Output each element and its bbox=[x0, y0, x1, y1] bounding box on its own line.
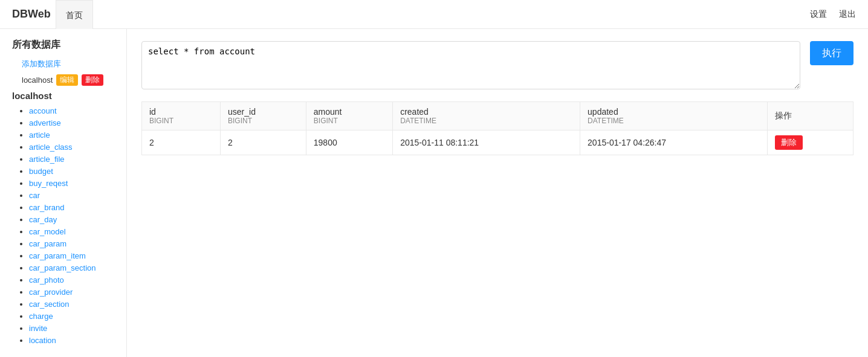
table-link-car_provider[interactable]: car_provider bbox=[29, 288, 73, 297]
list-item: advertise bbox=[29, 118, 114, 127]
header-left: DBWeb 首页 bbox=[12, 0, 93, 29]
main-content: 执行 idBIGINTuser_idBIGINTamountBIGINTcrea… bbox=[127, 29, 868, 357]
main-layout: 所有数据库 添加数据库 localhost 编辑 删除 localhost ac… bbox=[0, 29, 868, 357]
list-item: article_file bbox=[29, 154, 114, 164]
header: DBWeb 首页 设置 退出 bbox=[0, 0, 868, 29]
table-link-car_day[interactable]: car_day bbox=[29, 215, 57, 224]
col-type: DATETIME bbox=[588, 117, 760, 125]
col-name: created bbox=[400, 107, 572, 117]
logout-link[interactable]: 退出 bbox=[839, 9, 856, 20]
col-header-amount: amountBIGINT bbox=[306, 102, 392, 130]
list-item: account bbox=[29, 106, 114, 115]
table-link-car_param_section[interactable]: car_param_section bbox=[29, 263, 96, 272]
table-row: 22198002015-01-11 08:11:212015-01-17 04:… bbox=[142, 130, 853, 155]
table-link-account[interactable]: account bbox=[29, 106, 57, 115]
sidebar: 所有数据库 添加数据库 localhost 编辑 删除 localhost ac… bbox=[0, 29, 127, 357]
col-type: DATETIME bbox=[400, 117, 572, 125]
cell-action: 删除 bbox=[768, 130, 853, 155]
cell-id: 2 bbox=[142, 130, 221, 155]
query-area: 执行 bbox=[141, 41, 853, 89]
list-item: car_day bbox=[29, 214, 114, 224]
list-item: budget bbox=[29, 166, 114, 176]
home-tab[interactable]: 首页 bbox=[56, 0, 93, 29]
edit-host-badge[interactable]: 编辑 bbox=[56, 74, 78, 86]
list-item: car_photo bbox=[29, 275, 114, 285]
table-link-article_class[interactable]: article_class bbox=[29, 143, 73, 152]
list-item: article bbox=[29, 130, 114, 140]
cell-created: 2015-01-11 08:11:21 bbox=[393, 130, 580, 155]
list-item: invite bbox=[29, 323, 114, 333]
col-name: 操作 bbox=[775, 111, 846, 121]
col-type: BIGINT bbox=[149, 117, 213, 125]
list-item: car bbox=[29, 190, 114, 200]
table-link-buy_reqest[interactable]: buy_reqest bbox=[29, 179, 68, 188]
table-link-car[interactable]: car bbox=[29, 191, 40, 200]
list-item: location bbox=[29, 335, 114, 345]
list-item: car_provider bbox=[29, 287, 114, 297]
col-type: BIGINT bbox=[314, 117, 385, 125]
table-link-car_param[interactable]: car_param bbox=[29, 239, 66, 248]
list-item: charge bbox=[29, 311, 114, 321]
table-link-car_section[interactable]: car_section bbox=[29, 300, 69, 309]
cell-amount: 19800 bbox=[306, 130, 392, 155]
list-item: car_brand bbox=[29, 202, 114, 212]
table-link-car_brand[interactable]: car_brand bbox=[29, 203, 65, 212]
table-link-article_file[interactable]: article_file bbox=[29, 155, 65, 164]
col-type: BIGINT bbox=[228, 117, 299, 125]
table-link-car_photo[interactable]: car_photo bbox=[29, 275, 64, 285]
list-item: car_param bbox=[29, 239, 114, 248]
col-header-id: idBIGINT bbox=[142, 102, 221, 130]
table-link-location[interactable]: location bbox=[29, 336, 56, 345]
table-link-charge[interactable]: charge bbox=[29, 312, 53, 321]
sidebar-host-item: localhost 编辑 删除 bbox=[12, 74, 114, 86]
table-link-car_model[interactable]: car_model bbox=[29, 227, 66, 236]
col-name: user_id bbox=[228, 107, 299, 117]
list-item: car_param_section bbox=[29, 263, 114, 272]
col-name: amount bbox=[314, 107, 385, 117]
list-item: car_section bbox=[29, 299, 114, 309]
table-list: accountadvertisearticlearticle_classarti… bbox=[12, 106, 114, 345]
cell-updated: 2015-01-17 04:26:47 bbox=[580, 130, 768, 155]
cell-user_id: 2 bbox=[221, 130, 306, 155]
result-table: idBIGINTuser_idBIGINTamountBIGINTcreated… bbox=[141, 101, 853, 155]
delete-row-button[interactable]: 删除 bbox=[775, 135, 803, 150]
header-right: 设置 退出 bbox=[810, 9, 856, 20]
col-name: id bbox=[149, 107, 213, 117]
table-link-invite[interactable]: invite bbox=[29, 324, 47, 333]
table-link-budget[interactable]: budget bbox=[29, 167, 53, 176]
table-link-advertise[interactable]: advertise bbox=[29, 118, 61, 127]
col-header-操作: 操作 bbox=[768, 102, 853, 130]
col-header-updated: updatedDATETIME bbox=[580, 102, 768, 130]
query-input[interactable] bbox=[141, 41, 800, 89]
current-db-title: localhost bbox=[12, 91, 114, 101]
host-name: localhost bbox=[22, 76, 53, 85]
list-item: car_param_item bbox=[29, 251, 114, 260]
list-item: article_class bbox=[29, 142, 114, 152]
list-item: buy_reqest bbox=[29, 178, 114, 188]
col-header-created: createdDATETIME bbox=[393, 102, 580, 130]
delete-host-badge[interactable]: 删除 bbox=[82, 74, 103, 86]
execute-button[interactable]: 执行 bbox=[810, 41, 853, 65]
col-header-user_id: user_idBIGINT bbox=[221, 102, 306, 130]
col-name: updated bbox=[588, 107, 760, 117]
sidebar-actions: 添加数据库 bbox=[12, 59, 114, 69]
add-database-link[interactable]: 添加数据库 bbox=[22, 59, 61, 69]
table-link-article[interactable]: article bbox=[29, 130, 50, 140]
list-item: car_model bbox=[29, 227, 114, 236]
sidebar-title: 所有数据库 bbox=[12, 39, 114, 51]
settings-link[interactable]: 设置 bbox=[810, 9, 827, 20]
app-brand: DBWeb bbox=[12, 8, 51, 21]
table-link-car_param_item[interactable]: car_param_item bbox=[29, 251, 86, 260]
